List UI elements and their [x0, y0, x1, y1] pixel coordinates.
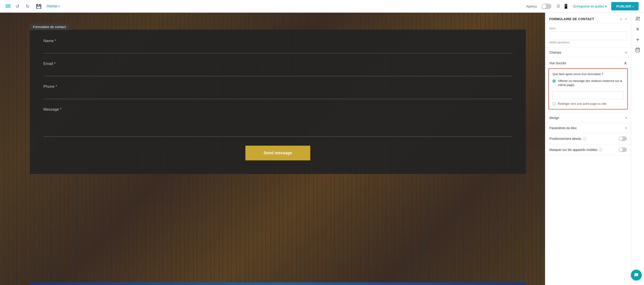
cart-icon-button[interactable]: [635, 48, 640, 53]
home-chevron-icon: ▾: [58, 5, 60, 8]
vue-succes-header[interactable]: Vue Succès ∧: [545, 58, 631, 68]
option1-radio-dot: [552, 79, 556, 83]
enregistrer-button[interactable]: Enregistrer et quitter ▾: [573, 4, 607, 8]
home-nav[interactable]: Home ▾: [46, 4, 60, 9]
masquer-row: Masquer sur les appareils mobiles i: [545, 144, 631, 155]
design-label: Design: [549, 116, 559, 120]
svg-point-0: [636, 17, 638, 19]
params-chevron-icon: ▾: [625, 126, 627, 130]
positionnement-label: Positionnement absolu i: [549, 137, 586, 140]
undo-button[interactable]: ↺: [14, 2, 21, 11]
panel-title: FORMULAIRE DE CONTACT: [549, 17, 594, 21]
far-right-sidebar: [631, 13, 644, 285]
message-input[interactable]: [44, 114, 512, 137]
close-icon-button[interactable]: [635, 27, 640, 32]
champs-accordion[interactable]: Champs ▾: [545, 48, 631, 58]
publier-button[interactable]: PUBLIER ›: [611, 2, 638, 11]
email-required: *: [54, 62, 56, 66]
form-label-tag: Formulaire de contact: [30, 24, 69, 30]
email-label: Email *: [44, 62, 512, 66]
phone-input[interactable]: [44, 91, 512, 99]
champs-label: Champs: [549, 51, 561, 54]
vue-succes-question: Que faire après envoi d'un formulaire ?: [552, 72, 624, 76]
panel-collapse-button[interactable]: ∧: [620, 17, 622, 21]
save-button[interactable]: 💾: [34, 2, 43, 11]
chat-button[interactable]: [631, 270, 642, 280]
topbar: ✉ ↺ ↻ 💾 Home ▾ Aperçu 🖥 📱 Enregistrer et…: [0, 0, 644, 13]
desktop-icon[interactable]: 🖥: [556, 4, 560, 9]
apercu-label: Aperçu: [526, 4, 537, 8]
option1-text: Afficher un message (les visiteurs reste…: [558, 79, 624, 87]
option2-text: Rediriger vers une autre page ou site: [558, 102, 606, 105]
name-required: *: [55, 39, 56, 43]
email-field: Email *: [44, 62, 512, 76]
params-label: Paramètres du bloc: [549, 126, 577, 130]
name-label: Name *: [44, 39, 512, 43]
vue-succes-section: Vue Succès ∧ Que faire après envoi d'un …: [545, 58, 631, 113]
message-label: Message *: [44, 107, 512, 112]
phone-field: Phone *: [44, 84, 512, 99]
panel-header-icons: ∧ ×: [620, 17, 627, 21]
masquer-toggle[interactable]: [619, 147, 627, 152]
nom-input[interactable]: [549, 32, 627, 40]
message-required: *: [60, 107, 62, 112]
vue-succes-chevron-icon: ∧: [624, 61, 627, 65]
right-panel: FORMULAIRE DE CONTACT ∧ × Nom 44/50 cara…: [545, 13, 631, 285]
params-accordion[interactable]: Paramètres du bloc ▾: [545, 123, 631, 133]
char-count: 44/50 caractères.: [549, 41, 627, 44]
name-field: Name *: [44, 39, 512, 53]
people-icon-button[interactable]: [635, 16, 640, 21]
positionnement-info-icon[interactable]: i: [583, 137, 586, 140]
send-button-wrap: Send message: [44, 146, 512, 160]
positionnement-row: Positionnement absolu i: [545, 133, 631, 144]
logo-icon: ✉: [6, 3, 10, 10]
panel-header: FORMULAIRE DE CONTACT ∧ ×: [545, 13, 631, 24]
contact-form: Name * Email * Phone * Message * Send me…: [30, 30, 526, 174]
design-chevron-icon: ▾: [625, 116, 627, 120]
positionnement-toggle[interactable]: [619, 136, 627, 141]
name-input[interactable]: [44, 46, 512, 53]
send-button[interactable]: Send message: [246, 146, 310, 160]
option2-radio-circle: [552, 102, 556, 105]
redo-button[interactable]: ↻: [24, 2, 31, 11]
home-label: Home: [46, 4, 58, 9]
main-layout: Formulaire de contact Name * Email * Pho…: [0, 13, 644, 285]
masquer-label: Masquer sur les appareils mobiles i: [549, 148, 602, 152]
device-icons: 🖥 📱: [556, 4, 569, 9]
option1-radio[interactable]: Afficher un message (les visiteurs reste…: [552, 79, 624, 87]
vue-succes-label: Vue Succès: [549, 61, 566, 65]
bottom-bar: [30, 282, 526, 285]
champs-chevron-icon: ▾: [625, 51, 627, 54]
vue-succes-content: Que faire après envoi d'un formulaire ? …: [548, 68, 628, 110]
svg-point-1: [638, 17, 640, 19]
nom-section: Nom 44/50 caractères.: [545, 24, 631, 48]
option2-radio[interactable]: Rediriger vers une autre page ou site: [552, 102, 624, 105]
apercu-toggle[interactable]: [542, 4, 551, 9]
message-panel-input[interactable]: [552, 91, 624, 99]
topbar-left: ✉ ↺ ↻ 💾 Home ▾: [6, 2, 60, 11]
add-icon-button[interactable]: [635, 37, 640, 42]
phone-label: Phone *: [44, 84, 512, 89]
design-accordion[interactable]: Design ▾: [545, 113, 631, 123]
topbar-right: Aperçu 🖥 📱 Enregistrer et quitter ▾ PUBL…: [526, 2, 638, 11]
phone-required: *: [56, 84, 57, 89]
masquer-info-icon[interactable]: i: [598, 148, 602, 152]
email-input[interactable]: [44, 68, 512, 76]
panel-close-button[interactable]: ×: [625, 17, 627, 21]
nom-label: Nom: [549, 27, 627, 30]
message-field: Message *: [44, 107, 512, 138]
canvas-area: Formulaire de contact Name * Email * Pho…: [0, 13, 545, 285]
nom-input-wrap: [549, 32, 627, 40]
mobile-icon[interactable]: 📱: [563, 4, 569, 9]
